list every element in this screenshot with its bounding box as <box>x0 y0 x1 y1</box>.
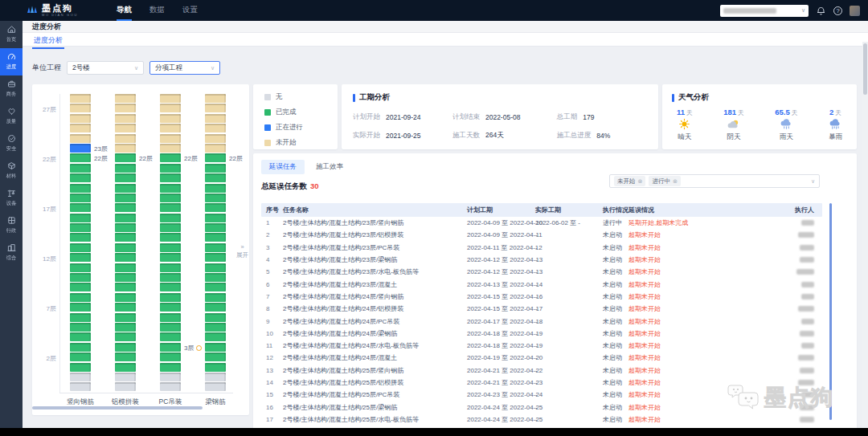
sidebar-item-business[interactable]: 商务 <box>0 75 23 103</box>
table-row[interactable]: 172号楼/主体结构/混凝土结构/25层/水电-板负筋等2022-04-24 至… <box>261 414 822 426</box>
rain-icon <box>780 118 793 132</box>
floor-block <box>160 382 181 391</box>
table-row[interactable]: 152号楼/主体结构/混凝土结构/25层/PC吊装2022-04-23 至 20… <box>261 389 822 401</box>
nav-item-导航[interactable]: 导航 <box>117 0 132 21</box>
row-no: 13 <box>266 367 283 374</box>
floor-block <box>205 273 226 282</box>
page-scrollbar-thumb[interactable] <box>863 43 867 95</box>
floor-block <box>70 194 91 202</box>
actual-dates: 2022-06-02 至 - <box>535 218 603 227</box>
status-filter-tag[interactable]: 未开始⊗ <box>614 176 645 186</box>
assignee-redacted <box>800 245 814 251</box>
chart-horizontal-scrollbar[interactable] <box>32 406 203 410</box>
row-no: 8 <box>266 305 283 312</box>
exec-status: 未启动 <box>603 243 628 252</box>
floor-block <box>70 323 91 332</box>
table-row[interactable]: 132号楼/主体结构/混凝土结构/25层/竖向钢筋2022-04-21 至 20… <box>261 365 822 377</box>
table-row[interactable]: 12号楼/主体结构/混凝土结构/23层/竖向钢筋2022-04-09 至 202… <box>261 217 822 229</box>
floor-block <box>160 223 181 232</box>
sidebar-item-general[interactable]: 综合 <box>0 239 23 267</box>
chart-expand-control[interactable]: » 展开 <box>236 243 248 259</box>
task-tab-延误任务[interactable]: 延误任务 <box>261 160 305 174</box>
actual-dates: - <box>535 244 603 251</box>
avatar[interactable] <box>850 6 860 16</box>
plan-dates: 2022-04-17 至 2022-04-18 <box>467 317 535 326</box>
table-row[interactable]: 102号楼/主体结构/混凝土结构/24层/梁钢筋2022-04-18 至 202… <box>261 328 822 340</box>
table-row[interactable]: 52号楼/主体结构/混凝土结构/23层/水电-板负筋等2022-04-12 至 … <box>261 266 822 278</box>
floor-block <box>115 153 136 162</box>
cloud-icon <box>727 118 740 132</box>
plan-dates: 2022-04-23 至 2022-04-24 <box>467 390 535 399</box>
assignee-cell <box>735 405 817 410</box>
sidebar-item-material[interactable]: 材料 <box>0 157 23 185</box>
assignee-cell <box>735 282 817 287</box>
column-header: 执行情况 <box>603 206 628 214</box>
table-row[interactable]: 92号楼/主体结构/混凝土结构/24层/PC吊装2022-04-17 至 202… <box>261 315 822 327</box>
floor-block <box>115 214 136 222</box>
floor-block <box>115 124 136 132</box>
sidebar-item-admin[interactable]: 行政 <box>0 212 23 239</box>
status-filter-select[interactable]: 未开始⊗进行中⊗∨ <box>609 174 820 188</box>
floor-block <box>205 293 226 302</box>
floor-block <box>205 104 226 112</box>
task-name: 2号楼/主体结构/混凝土结构/25层/铝模拼装 <box>283 378 467 387</box>
floor-block <box>70 134 91 143</box>
task-name: 2号楼/主体结构/混凝土结构/23层/梁钢筋 <box>283 255 467 264</box>
delay-status: 超期未开始 <box>628 341 735 350</box>
page-scrollbar[interactable] <box>862 42 868 436</box>
status-filter-tag[interactable]: 进行中⊗ <box>649 176 680 186</box>
table-row[interactable]: 32号楼/主体结构/混凝土结构/23层/PC吊装2022-04-11 至 202… <box>261 242 822 254</box>
unit-project-select[interactable]: 2号楼 ∨ <box>67 61 144 75</box>
floor-block <box>160 273 181 282</box>
nav-item-数据[interactable]: 数据 <box>149 0 165 21</box>
weather-label: 雨天 <box>780 132 793 142</box>
table-row[interactable]: 62号楼/主体结构/混凝土结构/23层/混凝土2022-04-13 至 2022… <box>261 278 822 290</box>
y-axis-tick: 2层 <box>35 354 56 363</box>
table-row[interactable]: 112号楼/主体结构/混凝土结构/24层/水电-板负筋等2022-04-18 至… <box>261 340 822 352</box>
table-row[interactable]: 142号楼/主体结构/混凝土结构/25层/铝模拼装2022-04-21 至 20… <box>261 377 822 389</box>
actual-dates: - <box>535 342 603 349</box>
help-icon[interactable]: ? <box>833 6 842 15</box>
table-row[interactable]: 162号楼/主体结构/混凝土结构/25层/梁钢筋2022-04-24 至 202… <box>261 401 822 413</box>
table-row[interactable]: 122号楼/主体结构/混凝土结构/24层/混凝土2022-04-19 至 202… <box>261 352 822 364</box>
chevron-down-icon: ∨ <box>801 7 805 14</box>
bell-icon[interactable] <box>816 6 826 16</box>
sub-project-select[interactable]: 分项工程 ∨ <box>149 61 220 75</box>
floor-bar-竖向钢筋 <box>70 94 91 393</box>
floor-block <box>115 94 136 103</box>
sidebar-item-home[interactable]: 首页 <box>0 21 23 48</box>
table-row[interactable]: 72号楼/主体结构/混凝土结构/24层/竖向钢筋2022-04-15 至 202… <box>261 291 822 303</box>
remove-tag-icon[interactable]: ⊗ <box>638 178 643 185</box>
chevron-down-icon: ∨ <box>211 65 215 71</box>
bottom-black-bar <box>0 428 868 436</box>
sidebar-item-device[interactable]: 设备 <box>0 185 23 212</box>
schedule-item-value: 264天 <box>485 131 504 141</box>
sidebar-item-quality[interactable]: 质量 <box>0 103 23 130</box>
remove-tag-icon[interactable]: ⊗ <box>673 178 678 185</box>
delay-status: 超期未开始 <box>628 390 735 399</box>
task-name: 2号楼/主体结构/混凝土结构/24层/梁钢筋 <box>283 329 467 338</box>
sidebar-item-safety[interactable]: 安全 <box>0 130 23 157</box>
row-no: 12 <box>266 354 283 361</box>
sidebar-item-progress[interactable]: 进度 <box>0 48 23 75</box>
plan-dates: 2022-04-24 至 2022-04-25 <box>467 403 535 412</box>
floor-block <box>115 283 136 291</box>
tab-progress-analysis[interactable]: 进度分析 <box>32 33 64 49</box>
nav-item-设置[interactable]: 设置 <box>182 0 198 21</box>
exec-status: 未启动 <box>603 267 628 276</box>
floor-block <box>115 184 136 193</box>
table-row[interactable]: 22号楼/主体结构/混凝土结构/23层/铝模拼装2022-04-09 至 202… <box>261 229 822 241</box>
table-vertical-scrollbar[interactable] <box>829 203 832 420</box>
floor-block <box>70 144 91 153</box>
table-row[interactable]: 82号楼/主体结构/混凝土结构/24层/铝模拼装2022-04-15 至 202… <box>261 303 822 315</box>
table-row[interactable]: 42号楼/主体结构/混凝土结构/23层/梁钢筋2022-04-12 至 2022… <box>261 254 822 266</box>
task-tab-施工效率[interactable]: 施工效率 <box>308 160 351 174</box>
schedule-item-label: 总工期 <box>557 112 578 122</box>
floor-label: 22层 <box>94 154 108 163</box>
delayed-tasks-panel: 延误任务施工效率 总延误任务数30 未开始⊗进行中⊗∨ 序号任务名称计划工期实际… <box>253 153 857 436</box>
floor-block <box>115 134 136 143</box>
assignee-cell <box>735 355 817 361</box>
search-input[interactable]: ∨ <box>720 5 809 17</box>
actual-dates: - <box>535 404 603 411</box>
floor-block <box>115 373 136 381</box>
